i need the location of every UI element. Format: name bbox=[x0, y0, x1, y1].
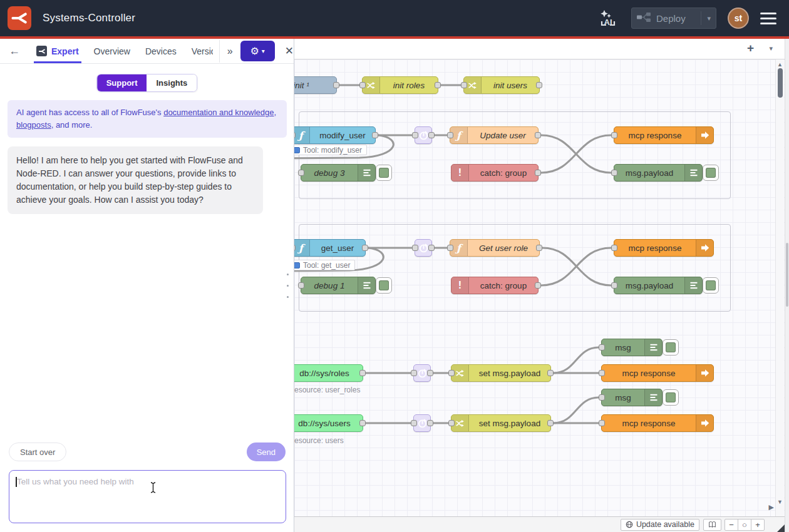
input-port[interactable] bbox=[611, 132, 617, 138]
blogposts-link[interactable]: blogposts bbox=[16, 120, 51, 130]
input-port[interactable] bbox=[447, 245, 453, 251]
flow-node-delay4[interactable] bbox=[413, 414, 431, 432]
debug-toggle-button[interactable] bbox=[663, 339, 679, 356]
resize-grip[interactable] bbox=[777, 524, 785, 532]
flow-node-mcp2[interactable]: mcp response bbox=[614, 239, 714, 257]
output-port[interactable] bbox=[362, 245, 368, 251]
toggle-support[interactable]: Support bbox=[97, 74, 147, 91]
chat-input[interactable] bbox=[9, 470, 286, 523]
output-port[interactable] bbox=[428, 132, 435, 138]
flow-node-get_user[interactable]: ƒget_user bbox=[294, 239, 366, 257]
input-port[interactable] bbox=[412, 245, 418, 251]
output-port[interactable] bbox=[427, 370, 433, 376]
output-port[interactable] bbox=[547, 420, 554, 426]
output-port[interactable] bbox=[428, 245, 435, 251]
input-port[interactable] bbox=[448, 420, 455, 426]
flow-node-init_users[interactable]: init users bbox=[463, 76, 540, 94]
deploy-caret-icon[interactable]: ▾ bbox=[701, 11, 711, 25]
close-icon[interactable]: ✕ bbox=[285, 44, 294, 58]
user-avatar[interactable]: st bbox=[728, 8, 749, 29]
flow-canvas-grid[interactable]: ▶ init ¹init rolesinit usersƒmodify_user… bbox=[294, 59, 789, 516]
flow-node-init[interactable]: init ¹ bbox=[294, 76, 337, 94]
output-port[interactable] bbox=[535, 170, 541, 176]
debug-toggle-button[interactable] bbox=[376, 165, 392, 181]
window-scrollbar[interactable] bbox=[785, 39, 789, 532]
flow-node-set2[interactable]: set msg.payload bbox=[451, 414, 551, 432]
flow-node-msg2[interactable]: msg bbox=[601, 389, 663, 406]
minimap-button[interactable] bbox=[703, 519, 721, 531]
scroll-down-icon[interactable]: ▼ bbox=[777, 499, 783, 505]
flow-node-set1[interactable]: set msg.payload bbox=[451, 364, 551, 382]
window-scrollbar-thumb[interactable] bbox=[786, 243, 788, 307]
output-port[interactable] bbox=[427, 420, 433, 426]
input-port[interactable] bbox=[611, 245, 617, 251]
tab-versions[interactable]: Versio bbox=[184, 39, 213, 63]
flow-node-msgpayload1[interactable]: msg.payload bbox=[614, 164, 703, 182]
output-port[interactable] bbox=[536, 82, 542, 88]
add-flow-icon[interactable]: + bbox=[747, 41, 754, 55]
input-port[interactable] bbox=[298, 282, 304, 289]
update-available-button[interactable]: Update available bbox=[621, 519, 699, 531]
input-port[interactable] bbox=[412, 132, 418, 138]
flow-list-caret-icon[interactable]: ▾ bbox=[769, 44, 773, 53]
flow-node-debug3[interactable]: debug 3 bbox=[301, 164, 376, 182]
output-port[interactable] bbox=[435, 82, 441, 88]
flow-node-modify_user[interactable]: ƒmodify_user bbox=[294, 126, 376, 144]
flow-node-mcp3[interactable]: mcp response bbox=[601, 364, 714, 382]
input-port[interactable] bbox=[599, 420, 605, 426]
output-port[interactable] bbox=[536, 245, 542, 251]
flow-node-update_user[interactable]: ƒUpdate user bbox=[450, 126, 539, 144]
flow-node-get_user_role[interactable]: ƒGet user role bbox=[450, 239, 540, 257]
input-port[interactable] bbox=[599, 370, 605, 376]
input-port[interactable] bbox=[411, 370, 417, 376]
tab-devices[interactable]: Devices bbox=[138, 39, 184, 63]
flow-node-delay1[interactable] bbox=[415, 126, 432, 144]
tab-overflow-icon[interactable]: » bbox=[219, 40, 233, 63]
input-port[interactable] bbox=[447, 132, 453, 138]
debug-toggle-button[interactable] bbox=[663, 389, 679, 406]
debug-toggle-button[interactable] bbox=[703, 165, 719, 181]
zoom-reset-button[interactable]: ○ bbox=[738, 519, 751, 531]
flow-node-msg1[interactable]: msg bbox=[601, 339, 663, 356]
output-port[interactable] bbox=[372, 132, 378, 138]
input-port[interactable] bbox=[298, 170, 304, 176]
flow-node-delay3[interactable] bbox=[413, 364, 431, 382]
deploy-button[interactable]: Deploy ▾ bbox=[631, 8, 716, 29]
flow-node-delay2[interactable] bbox=[415, 239, 432, 257]
ai-assistant-icon[interactable]: AI bbox=[596, 6, 620, 30]
debug-toggle-button[interactable] bbox=[376, 277, 392, 294]
canvas-vertical-scrollbar[interactable]: ▲ ▼ bbox=[775, 59, 784, 516]
scroll-up-icon[interactable]: ▲ bbox=[777, 61, 783, 68]
main-menu-icon[interactable] bbox=[760, 13, 776, 24]
back-arrow-icon[interactable]: ← bbox=[9, 44, 20, 58]
flow-node-catch2[interactable]: !catch: group bbox=[451, 277, 539, 294]
output-port[interactable] bbox=[535, 282, 541, 289]
zoom-in-button[interactable]: + bbox=[751, 519, 765, 531]
input-port[interactable] bbox=[359, 82, 366, 88]
input-port[interactable] bbox=[411, 420, 417, 426]
output-port[interactable] bbox=[359, 370, 366, 376]
toggle-insights[interactable]: Insights bbox=[147, 74, 197, 91]
flowfuse-logo-icon[interactable] bbox=[8, 6, 31, 30]
send-button[interactable]: Send bbox=[247, 442, 286, 461]
flow-node-db_roles[interactable]: db://sys/roles bbox=[294, 364, 363, 382]
input-port[interactable] bbox=[599, 394, 605, 401]
tab-overview[interactable]: Overview bbox=[86, 39, 138, 63]
flow-node-catch1[interactable]: !catch: group bbox=[451, 164, 539, 182]
output-port[interactable] bbox=[547, 370, 554, 376]
panel-resize-handle[interactable] bbox=[287, 274, 289, 307]
input-port[interactable] bbox=[611, 170, 617, 176]
documentation-link[interactable]: documentation and knowledge bbox=[163, 108, 274, 117]
flow-node-mcp1[interactable]: mcp response bbox=[614, 126, 714, 144]
input-port[interactable] bbox=[448, 370, 455, 376]
flow-node-debug1[interactable]: debug 1 bbox=[301, 277, 376, 294]
output-port[interactable] bbox=[359, 420, 366, 426]
tab-expert[interactable]: Expert bbox=[29, 39, 86, 63]
flow-node-mcp4[interactable]: mcp response bbox=[601, 414, 714, 432]
flow-node-init_roles[interactable]: init roles bbox=[362, 76, 438, 94]
output-port[interactable] bbox=[333, 82, 339, 88]
zoom-out-button[interactable]: − bbox=[725, 519, 738, 531]
output-port[interactable] bbox=[535, 132, 541, 138]
input-port[interactable] bbox=[611, 282, 617, 289]
scrollbar-thumb[interactable] bbox=[778, 68, 783, 98]
